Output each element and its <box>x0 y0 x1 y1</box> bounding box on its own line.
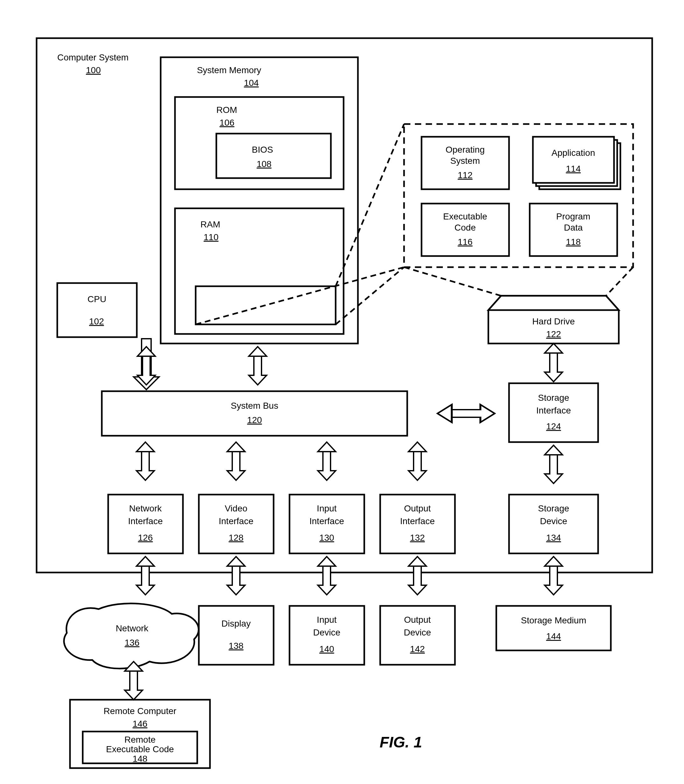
remote-exec-label2: Executable Code <box>106 744 174 754</box>
figure-label: FIG. 1 <box>379 734 422 750</box>
bios-num: 108 <box>257 159 272 169</box>
svg-text:Interface: Interface <box>219 516 253 526</box>
remote-exec-num: 148 <box>133 754 148 764</box>
svg-text:Network: Network <box>129 504 162 514</box>
output-device-box: Output Device 142 <box>380 606 455 665</box>
svg-text:Data: Data <box>564 223 583 232</box>
system-memory-label: System Memory <box>197 65 261 75</box>
svg-text:Hard Drive: Hard Drive <box>532 317 575 326</box>
output-interface-box: Output Interface 132 <box>380 494 455 554</box>
svg-text:144: 144 <box>546 631 561 641</box>
svg-text:138: 138 <box>229 641 244 651</box>
ram-label: RAM <box>200 219 220 229</box>
svg-text:Code: Code <box>455 223 476 232</box>
svg-text:134: 134 <box>546 533 561 543</box>
input-device-box: Input Device 140 <box>289 606 364 665</box>
rom-num: 106 <box>219 118 234 127</box>
system-bus-label: System Bus <box>231 401 278 411</box>
remote-exec-label1: Remote <box>124 735 156 745</box>
hard-drive-box: Hard Drive 122 <box>488 296 619 343</box>
svg-text:142: 142 <box>410 644 425 654</box>
remote-computer-num: 146 <box>133 719 148 729</box>
remote-computer-label: Remote Computer <box>104 706 177 716</box>
svg-text:124: 124 <box>546 422 561 431</box>
storage-device-box: Storage Device 134 <box>509 494 598 554</box>
display-box: Display 138 <box>199 606 274 665</box>
video-interface-box: Video Interface 128 <box>199 494 274 554</box>
network-num: 136 <box>125 638 140 647</box>
rom-label: ROM <box>216 105 237 115</box>
svg-text:118: 118 <box>566 237 581 247</box>
svg-text:Video: Video <box>224 504 247 514</box>
svg-text:Executable: Executable <box>443 211 487 221</box>
svg-text:122: 122 <box>546 329 561 339</box>
svg-marker-21 <box>488 296 619 310</box>
svg-text:Output: Output <box>404 615 431 625</box>
cpu-num: 102 <box>89 317 104 326</box>
system-bus-box <box>102 391 407 436</box>
svg-text:Storage: Storage <box>538 504 569 514</box>
svg-text:126: 126 <box>138 533 153 543</box>
computer-system-label: Computer System <box>57 53 129 62</box>
svg-text:Output: Output <box>404 504 431 514</box>
svg-text:System: System <box>450 156 480 166</box>
storage-medium-box: Storage Medium 144 <box>496 606 611 650</box>
svg-text:Device: Device <box>313 628 340 638</box>
svg-text:Interface: Interface <box>310 516 344 526</box>
network-label: Network <box>116 623 149 633</box>
system-memory-num: 104 <box>244 78 259 88</box>
network-interface-box: Network Interface 126 <box>108 494 183 554</box>
svg-text:Application: Application <box>552 148 595 158</box>
cpu-box <box>57 283 137 337</box>
application-box: Application 114 <box>533 137 620 189</box>
system-bus-num: 120 <box>247 415 262 425</box>
svg-text:Storage Medium: Storage Medium <box>521 615 586 625</box>
svg-text:Device: Device <box>540 516 567 526</box>
ram-num: 110 <box>203 232 219 242</box>
svg-rect-60 <box>496 606 611 650</box>
svg-text:Interface: Interface <box>536 406 571 415</box>
svg-text:Program: Program <box>556 211 590 221</box>
bios-box <box>216 134 331 178</box>
svg-text:128: 128 <box>229 533 244 543</box>
svg-text:132: 132 <box>410 533 425 543</box>
program-data-box: Program Data 118 <box>530 204 617 256</box>
executable-code-box: Executable Code 116 <box>421 204 509 256</box>
svg-text:116: 116 <box>458 237 473 247</box>
svg-text:Display: Display <box>221 618 251 628</box>
bios-label: BIOS <box>252 145 273 155</box>
cpu-label: CPU <box>87 294 106 304</box>
svg-text:130: 130 <box>319 533 334 543</box>
svg-rect-49 <box>199 606 274 665</box>
svg-text:Device: Device <box>404 628 431 638</box>
svg-text:Storage: Storage <box>538 393 569 402</box>
svg-text:140: 140 <box>319 644 334 654</box>
svg-text:112: 112 <box>458 170 473 180</box>
diagram-root: Computer System 100 CPU 102 System Memor… <box>0 0 684 784</box>
input-interface-box: Input Interface 130 <box>289 494 364 554</box>
svg-text:114: 114 <box>566 164 581 174</box>
svg-text:Input: Input <box>317 615 337 625</box>
svg-text:Interface: Interface <box>128 516 163 526</box>
svg-rect-6 <box>533 137 614 183</box>
os-box: Operating System 112 <box>421 137 509 189</box>
svg-text:Operating: Operating <box>446 145 485 155</box>
svg-text:Interface: Interface <box>400 516 435 526</box>
svg-text:Input: Input <box>317 504 337 514</box>
network-cloud <box>64 603 198 668</box>
computer-system-num: 100 <box>86 65 101 75</box>
